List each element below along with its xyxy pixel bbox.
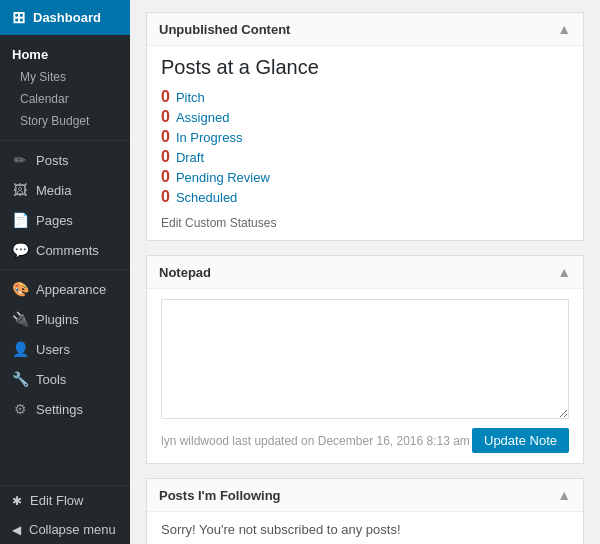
unpublished-toggle[interactable]: ▲ <box>557 21 571 37</box>
following-header: Posts I'm Following ▲ <box>147 479 583 512</box>
main-content: Unpublished Content ▲ Posts at a Glance … <box>130 0 600 544</box>
following-message: Sorry! You're not subscribed to any post… <box>161 522 569 537</box>
status-item-assigned: 0 Assigned <box>161 107 569 127</box>
users-icon: 👤 <box>12 341 28 357</box>
update-note-button[interactable]: Update Note <box>472 428 569 453</box>
sidebar-divider-2 <box>0 269 130 270</box>
notepad-title: Notepad <box>159 265 211 280</box>
status-list: 0 Pitch 0 Assigned 0 In Progress 0 Draft… <box>161 87 569 207</box>
notepad-footer: lyn wildwood last updated on December 16… <box>161 428 569 453</box>
status-item-pitch: 0 Pitch <box>161 87 569 107</box>
notepad-header: Notepad ▲ <box>147 256 583 289</box>
sidebar-item-appearance-label: Appearance <box>36 282 106 297</box>
posts-icon: ✏ <box>12 152 28 168</box>
edit-flow-icon: ✱ <box>12 494 22 508</box>
sidebar-home-label[interactable]: Home <box>0 39 130 66</box>
tools-icon: 🔧 <box>12 371 28 387</box>
posts-glance-title: Posts at a Glance <box>161 56 569 79</box>
sidebar-item-posts[interactable]: ✏ Posts <box>0 145 130 175</box>
sidebar-edit-flow-label: Edit Flow <box>30 493 83 508</box>
status-item-pending-review: 0 Pending Review <box>161 167 569 187</box>
dashboard-icon: ⊞ <box>12 8 25 27</box>
edit-custom-statuses-link[interactable]: Edit Custom Statuses <box>161 216 276 230</box>
collapse-icon: ◀ <box>12 523 21 537</box>
status-link-pending-review[interactable]: Pending Review <box>176 170 270 185</box>
appearance-icon: 🎨 <box>12 281 28 297</box>
status-item-draft: 0 Draft <box>161 147 569 167</box>
sidebar-item-plugins[interactable]: 🔌 Plugins <box>0 304 130 334</box>
assigned-bullet: 0 <box>161 109 170 125</box>
pending-bullet: 0 <box>161 169 170 185</box>
sidebar-header[interactable]: ⊞ Dashboard <box>0 0 130 35</box>
sidebar-item-settings-label: Settings <box>36 402 83 417</box>
notepad-widget: Notepad ▲ lyn wildwood last updated on D… <box>146 255 584 464</box>
plugins-icon: 🔌 <box>12 311 28 327</box>
notepad-body: lyn wildwood last updated on December 16… <box>147 289 583 463</box>
pages-icon: 📄 <box>12 212 28 228</box>
sidebar-item-media[interactable]: 🖼 Media <box>0 175 130 205</box>
sidebar-item-tools-label: Tools <box>36 372 66 387</box>
sidebar-item-users[interactable]: 👤 Users <box>0 334 130 364</box>
unpublished-widget: Unpublished Content ▲ Posts at a Glance … <box>146 12 584 241</box>
in-progress-bullet: 0 <box>161 129 170 145</box>
sidebar-footer: ✱ Edit Flow ◀ Collapse menu <box>0 485 130 544</box>
sidebar-collapse-menu[interactable]: ◀ Collapse menu <box>0 515 130 544</box>
sidebar-sub-my-sites[interactable]: My Sites <box>0 66 130 88</box>
status-item-in-progress: 0 In Progress <box>161 127 569 147</box>
sidebar-item-posts-label: Posts <box>36 153 69 168</box>
sidebar-item-media-label: Media <box>36 183 71 198</box>
draft-bullet: 0 <box>161 149 170 165</box>
status-link-pitch[interactable]: Pitch <box>176 90 205 105</box>
unpublished-title: Unpublished Content <box>159 22 290 37</box>
scheduled-bullet: 0 <box>161 189 170 205</box>
status-item-scheduled: 0 Scheduled <box>161 187 569 207</box>
pitch-bullet: 0 <box>161 89 170 105</box>
notepad-textarea[interactable] <box>161 299 569 419</box>
following-body: Sorry! You're not subscribed to any post… <box>147 512 583 544</box>
sidebar-sub-story-budget[interactable]: Story Budget <box>0 110 130 132</box>
status-link-assigned[interactable]: Assigned <box>176 110 229 125</box>
sidebar-item-appearance[interactable]: 🎨 Appearance <box>0 274 130 304</box>
settings-icon: ⚙ <box>12 401 28 417</box>
status-link-draft[interactable]: Draft <box>176 150 204 165</box>
sidebar-item-users-label: Users <box>36 342 70 357</box>
notepad-meta: lyn wildwood last updated on December 16… <box>161 434 470 448</box>
sidebar: ⊞ Dashboard Home My Sites Calendar Story… <box>0 0 130 544</box>
following-title: Posts I'm Following <box>159 488 281 503</box>
status-link-scheduled[interactable]: Scheduled <box>176 190 237 205</box>
notepad-toggle[interactable]: ▲ <box>557 264 571 280</box>
sidebar-divider-1 <box>0 140 130 141</box>
sidebar-item-comments[interactable]: 💬 Comments <box>0 235 130 265</box>
sidebar-item-tools[interactable]: 🔧 Tools <box>0 364 130 394</box>
following-widget: Posts I'm Following ▲ Sorry! You're not … <box>146 478 584 544</box>
sidebar-home-section: Home My Sites Calendar Story Budget <box>0 35 130 136</box>
sidebar-collapse-label: Collapse menu <box>29 522 116 537</box>
sidebar-item-pages[interactable]: 📄 Pages <box>0 205 130 235</box>
unpublished-body: Posts at a Glance 0 Pitch 0 Assigned 0 I… <box>147 46 583 240</box>
sidebar-sub-calendar[interactable]: Calendar <box>0 88 130 110</box>
media-icon: 🖼 <box>12 182 28 198</box>
sidebar-header-label: Dashboard <box>33 10 101 25</box>
comments-icon: 💬 <box>12 242 28 258</box>
sidebar-item-plugins-label: Plugins <box>36 312 79 327</box>
sidebar-item-pages-label: Pages <box>36 213 73 228</box>
unpublished-header: Unpublished Content ▲ <box>147 13 583 46</box>
following-toggle[interactable]: ▲ <box>557 487 571 503</box>
sidebar-edit-flow[interactable]: ✱ Edit Flow <box>0 486 130 515</box>
status-link-in-progress[interactable]: In Progress <box>176 130 242 145</box>
sidebar-item-comments-label: Comments <box>36 243 99 258</box>
sidebar-item-settings[interactable]: ⚙ Settings <box>0 394 130 424</box>
